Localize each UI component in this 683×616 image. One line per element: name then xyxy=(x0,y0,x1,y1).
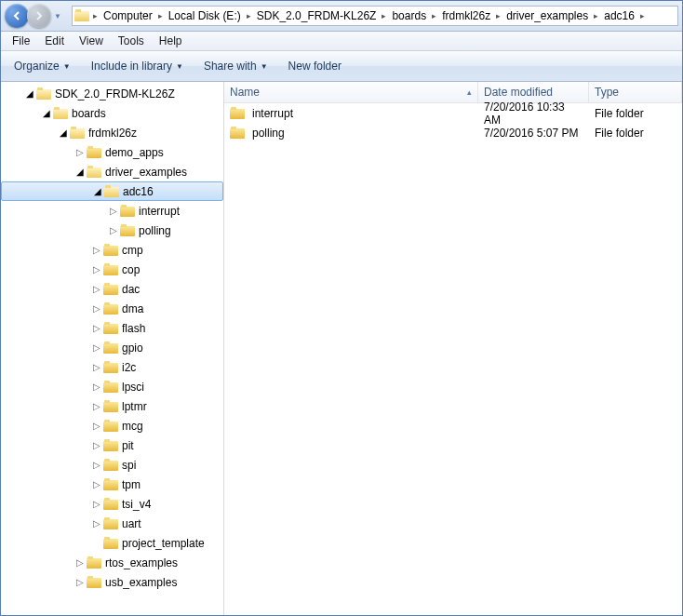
tree-item[interactable]: ▷gpio xyxy=(1,338,223,357)
tree-item[interactable]: ▷i2c xyxy=(1,357,223,377)
list-row[interactable]: interrupt7/20/2016 10:33 AMFile folder xyxy=(224,103,682,123)
tree-label: lpsci xyxy=(122,381,144,394)
chevron-down-icon: ▼ xyxy=(63,62,71,71)
tree-item-selected[interactable]: ◢adc16 xyxy=(1,181,223,201)
tree-item[interactable]: ▷dma xyxy=(1,299,223,318)
expand-icon[interactable]: ▷ xyxy=(74,576,87,589)
menu-file[interactable]: File xyxy=(5,33,37,49)
collapse-icon[interactable]: ◢ xyxy=(57,127,70,140)
list-body[interactable]: interrupt7/20/2016 10:33 AMFile folderpo… xyxy=(224,103,682,615)
tree-item[interactable]: ▷spi xyxy=(1,455,223,475)
collapse-icon[interactable]: ◢ xyxy=(23,87,36,100)
address-bar[interactable]: ▸ Computer ▸ Local Disk (E:) ▸ SDK_2.0_F… xyxy=(72,6,678,26)
tree-item[interactable]: ◢frdmkl26z xyxy=(1,123,223,142)
folder-icon xyxy=(53,107,68,120)
folder-icon xyxy=(103,459,118,472)
tree-label: cop xyxy=(122,263,140,276)
col-name-header[interactable]: Name▴ xyxy=(224,82,478,102)
expand-icon[interactable]: ▷ xyxy=(90,381,103,394)
menu-edit[interactable]: Edit xyxy=(37,33,72,49)
cell-date: 7/20/2016 10:33 AM xyxy=(478,100,589,127)
share-with-button[interactable]: Share with▼ xyxy=(198,57,274,75)
chevron-right-icon[interactable]: ▸ xyxy=(494,11,502,20)
tree-label: usb_examples xyxy=(105,576,177,589)
cell-date: 7/20/2016 5:07 PM xyxy=(478,127,589,140)
include-library-button[interactable]: Include in library▼ xyxy=(86,57,189,75)
col-label: Date modified xyxy=(484,86,553,99)
tree-item[interactable]: ▷tpm xyxy=(1,475,223,494)
expand-icon[interactable]: ▷ xyxy=(90,420,103,433)
new-folder-button[interactable]: New folder xyxy=(283,57,347,75)
chevron-right-icon[interactable]: ▸ xyxy=(156,11,165,20)
chevron-right-icon[interactable]: ▸ xyxy=(430,11,438,20)
menu-tools[interactable]: Tools xyxy=(111,33,152,49)
breadcrumb-seg[interactable]: driver_examples xyxy=(502,9,592,22)
expand-icon[interactable]: ▷ xyxy=(90,498,103,511)
tree-pane[interactable]: ◢SDK_2.0_FRDM-KL26Z ◢boards ◢frdmkl26z ▷… xyxy=(1,82,224,615)
back-button[interactable] xyxy=(5,4,29,28)
breadcrumb-seg[interactable]: Local Disk (E:) xyxy=(165,9,245,22)
tree-item[interactable]: ▷cmp xyxy=(1,240,223,260)
chevron-right-icon[interactable]: ▸ xyxy=(380,11,388,20)
tree-item[interactable]: ▷flash xyxy=(1,318,223,338)
tree-item[interactable]: ◢SDK_2.0_FRDM-KL26Z xyxy=(1,84,223,103)
tree-item[interactable]: ◢boards xyxy=(1,103,223,123)
list-row[interactable]: polling7/20/2016 5:07 PMFile folder xyxy=(224,123,682,142)
tree-item[interactable]: ▷cop xyxy=(1,260,223,279)
tree-item[interactable]: ◢driver_examples xyxy=(1,162,223,181)
col-label: Type xyxy=(595,86,619,99)
collapse-icon[interactable]: ◢ xyxy=(74,166,87,179)
tree-item[interactable]: ▷demo_apps xyxy=(1,142,223,162)
menu-help[interactable]: Help xyxy=(152,33,190,49)
tree-item[interactable]: ▷mcg xyxy=(1,416,223,435)
share-label: Share with xyxy=(204,60,257,73)
expand-icon[interactable]: ▷ xyxy=(90,244,103,257)
collapse-icon[interactable]: ◢ xyxy=(91,185,104,198)
breadcrumb-seg[interactable]: frdmkl26z xyxy=(438,9,494,22)
expand-icon[interactable]: ▷ xyxy=(90,517,103,530)
history-dropdown[interactable]: ▼ xyxy=(51,7,64,25)
tree-item[interactable]: ▷polling xyxy=(1,221,223,240)
folder-icon xyxy=(230,107,245,120)
tree-item[interactable]: ▷pit xyxy=(1,435,223,455)
breadcrumb-seg[interactable]: Computer xyxy=(100,9,156,22)
expand-icon[interactable]: ▷ xyxy=(90,400,103,413)
menu-view[interactable]: View xyxy=(72,33,111,49)
tree-item[interactable]: ▷lpsci xyxy=(1,377,223,396)
tree-item[interactable]: ▷usb_examples xyxy=(1,572,223,592)
forward-button[interactable] xyxy=(27,4,51,28)
expand-icon[interactable]: ▷ xyxy=(107,224,120,237)
expand-icon[interactable]: ▷ xyxy=(90,361,103,374)
collapse-icon[interactable]: ◢ xyxy=(40,107,53,120)
expand-icon[interactable]: ▷ xyxy=(107,205,120,218)
tree-item[interactable]: ▷dac xyxy=(1,279,223,299)
breadcrumb-seg[interactable]: boards xyxy=(388,9,430,22)
tree-item[interactable]: ▷interrupt xyxy=(1,201,223,221)
breadcrumb-seg[interactable]: adc16 xyxy=(600,9,638,22)
col-type-header[interactable]: Type xyxy=(589,82,682,102)
chevron-right-icon[interactable]: ▸ xyxy=(245,11,253,20)
expand-icon[interactable]: ▷ xyxy=(90,302,103,315)
chevron-right-icon[interactable]: ▸ xyxy=(91,11,100,20)
chevron-right-icon[interactable]: ▸ xyxy=(592,11,600,20)
tree-item[interactable]: ▷tsi_v4 xyxy=(1,494,223,514)
expand-icon[interactable]: ▷ xyxy=(90,341,103,355)
folder-icon xyxy=(36,87,51,100)
tree-label: boards xyxy=(72,107,106,120)
organize-button[interactable]: Organize▼ xyxy=(8,57,76,75)
expand-icon[interactable]: ▷ xyxy=(90,283,103,296)
expand-icon[interactable]: ▷ xyxy=(90,322,103,335)
expand-icon[interactable]: ▷ xyxy=(74,146,87,159)
expand-icon[interactable]: ▷ xyxy=(90,459,103,472)
expand-icon[interactable]: ▷ xyxy=(90,263,103,276)
tree-label: demo_apps xyxy=(105,146,164,159)
breadcrumb-seg[interactable]: SDK_2.0_FRDM-KL26Z xyxy=(253,9,381,22)
expand-icon[interactable]: ▷ xyxy=(74,556,87,569)
tree-item[interactable]: ▷lptmr xyxy=(1,396,223,416)
tree-item[interactable]: project_template xyxy=(1,533,223,553)
expand-icon[interactable]: ▷ xyxy=(90,478,103,491)
tree-item[interactable]: ▷uart xyxy=(1,514,223,533)
expand-icon[interactable]: ▷ xyxy=(90,439,103,452)
tree-item[interactable]: ▷rtos_examples xyxy=(1,553,223,572)
chevron-right-icon[interactable]: ▸ xyxy=(638,11,647,20)
